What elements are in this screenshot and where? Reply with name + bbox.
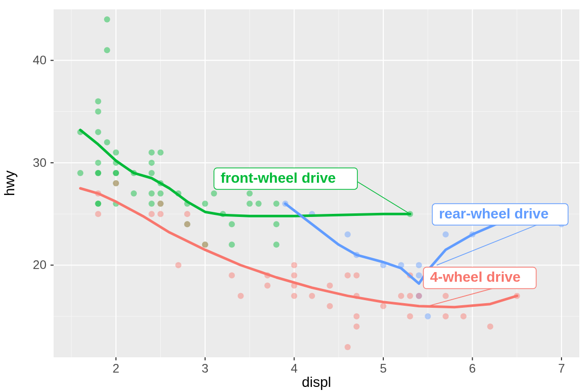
- data-point: [416, 262, 422, 268]
- data-point: [354, 324, 360, 330]
- data-point: [77, 170, 83, 176]
- data-point: [273, 201, 279, 207]
- data-point: [247, 201, 253, 207]
- data-point: [229, 273, 235, 279]
- x-tick-label: 3: [202, 361, 208, 375]
- data-point: [202, 201, 208, 207]
- data-point: [443, 313, 449, 320]
- data-point: [149, 211, 155, 217]
- data-point: [273, 221, 279, 227]
- data-point: [211, 190, 217, 197]
- data-point: [104, 47, 110, 53]
- data-point: [149, 160, 155, 166]
- data-point: [407, 293, 413, 299]
- x-axis-title: displ: [302, 374, 331, 390]
- data-point: [354, 313, 360, 320]
- data-point: [264, 283, 271, 289]
- annotation-text: 4-wheel drive: [430, 269, 520, 285]
- data-point: [95, 109, 101, 115]
- data-point: [416, 293, 422, 299]
- data-point: [291, 293, 297, 299]
- data-point: [256, 201, 262, 207]
- data-point: [487, 324, 493, 330]
- data-point: [184, 221, 190, 227]
- annotation-text: rear-wheel drive: [439, 206, 549, 222]
- data-point: [149, 150, 155, 156]
- data-point: [157, 201, 163, 207]
- data-point: [238, 293, 244, 299]
- x-tick-label: 4: [291, 361, 298, 375]
- data-point: [229, 221, 235, 227]
- x-tick-label: 2: [113, 361, 119, 375]
- data-point: [157, 150, 163, 156]
- data-point: [354, 273, 360, 279]
- x-tick-label: 7: [558, 361, 565, 375]
- data-point: [327, 303, 333, 309]
- data-point: [345, 344, 351, 350]
- data-point: [202, 241, 208, 248]
- data-point: [175, 262, 181, 268]
- data-point: [407, 313, 413, 320]
- data-point: [443, 293, 449, 299]
- data-point: [273, 241, 279, 248]
- data-point: [95, 99, 101, 105]
- data-point: [95, 211, 101, 217]
- data-point: [380, 303, 386, 309]
- data-point: [157, 211, 163, 217]
- data-point: [95, 170, 101, 176]
- data-point: [113, 180, 119, 186]
- data-point: [184, 211, 190, 217]
- data-point: [149, 170, 155, 176]
- y-tick-label: 30: [33, 156, 46, 169]
- data-point: [229, 241, 235, 248]
- data-point: [425, 313, 431, 320]
- data-point: [149, 190, 155, 197]
- y-tick-label: 20: [33, 258, 46, 272]
- data-point: [95, 129, 101, 135]
- data-point: [113, 170, 119, 176]
- y-tick-label: 40: [33, 53, 46, 67]
- chart-svg: front-wheel driverear-wheel drive4-wheel…: [0, 0, 588, 392]
- data-point: [345, 273, 351, 279]
- annotation-text: front-wheel drive: [220, 170, 336, 186]
- data-point: [104, 16, 110, 22]
- data-point: [443, 231, 449, 237]
- data-point: [398, 293, 404, 299]
- data-point: [309, 293, 315, 299]
- x-tick-label: 5: [380, 361, 386, 375]
- y-axis-title: hwy: [2, 170, 17, 196]
- data-point: [247, 190, 253, 197]
- data-point: [291, 273, 297, 279]
- data-point: [113, 150, 119, 156]
- scatter-smooth-chart: front-wheel driverear-wheel drive4-wheel…: [0, 0, 588, 392]
- data-point: [95, 160, 101, 166]
- data-point: [95, 201, 101, 207]
- data-point: [149, 201, 155, 207]
- data-point: [345, 231, 351, 237]
- data-point: [157, 190, 163, 197]
- data-point: [104, 139, 110, 145]
- data-point: [460, 313, 467, 320]
- data-point: [131, 190, 137, 197]
- data-point: [291, 262, 297, 268]
- x-tick-label: 6: [469, 361, 476, 375]
- data-point: [327, 283, 333, 289]
- data-point: [416, 273, 422, 279]
